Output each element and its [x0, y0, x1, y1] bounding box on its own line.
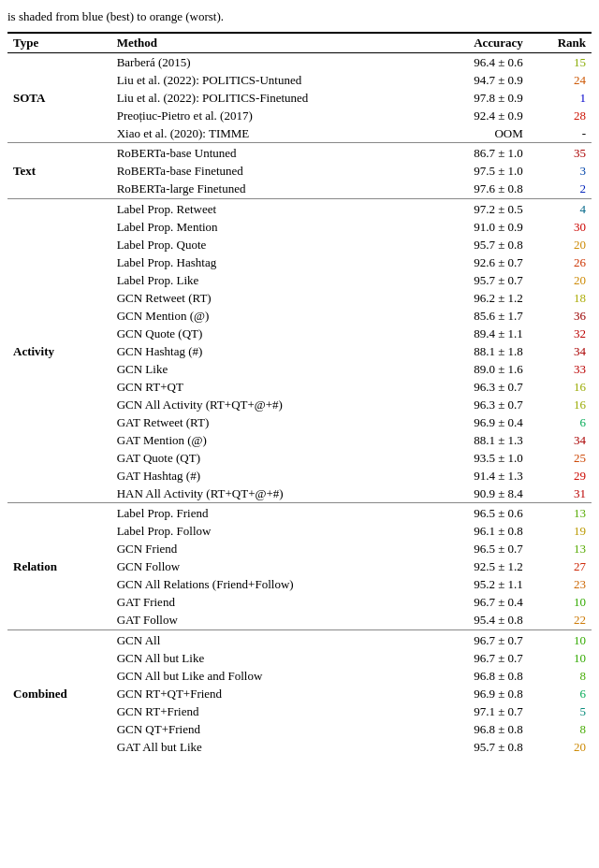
- rank-cell: 13: [529, 503, 592, 523]
- method-cell: GAT All but Like: [111, 738, 433, 756]
- method-cell: GCN Friend: [111, 541, 433, 558]
- rank-cell: 6: [529, 413, 592, 431]
- method-cell: GCN Mention (@): [111, 307, 433, 325]
- rank-cell: 32: [529, 325, 592, 342]
- type-cell: Activity: [7, 198, 111, 503]
- accuracy-cell: 97.5 ± 1.0: [432, 163, 529, 181]
- accuracy-cell: 96.4 ± 0.6: [432, 53, 529, 72]
- rank-cell: 19: [529, 523, 592, 541]
- accuracy-cell: 93.5 ± 1.0: [432, 449, 529, 467]
- rank-cell: 10: [529, 649, 592, 667]
- accuracy-cell: 95.7 ± 0.8: [432, 236, 529, 253]
- method-cell: Liu et al. (2022): POLITICS-Untuned: [111, 71, 433, 89]
- method-cell: RoBERTa-base Finetuned: [111, 163, 433, 181]
- col-header-rank: Rank: [529, 33, 592, 53]
- method-cell: GCN Follow: [111, 558, 433, 576]
- method-cell: RoBERTa-large Finetuned: [111, 181, 433, 199]
- rank-cell: 31: [529, 485, 592, 503]
- method-cell: GCN All: [111, 629, 433, 649]
- rank-cell: 16: [529, 378, 592, 396]
- accuracy-cell: 96.1 ± 0.8: [432, 523, 529, 541]
- method-cell: GCN Hashtag (#): [111, 342, 433, 360]
- accuracy-cell: 96.5 ± 0.7: [432, 541, 529, 558]
- accuracy-cell: 96.5 ± 0.6: [432, 503, 529, 523]
- rank-cell: 20: [529, 236, 592, 253]
- method-cell: GCN Like: [111, 360, 433, 378]
- accuracy-cell: 85.6 ± 1.7: [432, 307, 529, 325]
- method-cell: GCN All Relations (Friend+Follow): [111, 576, 433, 594]
- rank-cell: 28: [529, 107, 592, 124]
- rank-cell: 16: [529, 396, 592, 413]
- method-cell: GAT Friend: [111, 594, 433, 612]
- accuracy-cell: 96.3 ± 0.7: [432, 396, 529, 413]
- method-cell: Preoțiuc-Pietro et al. (2017): [111, 107, 433, 124]
- method-cell: Barberá (2015): [111, 53, 433, 72]
- rank-cell: 6: [529, 685, 592, 702]
- rank-cell: 3: [529, 163, 592, 181]
- accuracy-cell: 94.7 ± 0.9: [432, 71, 529, 89]
- accuracy-cell: 88.1 ± 1.8: [432, 342, 529, 360]
- type-cell: Relation: [7, 503, 111, 630]
- method-cell: GCN Retweet (RT): [111, 289, 433, 307]
- accuracy-cell: 89.0 ± 1.6: [432, 360, 529, 378]
- rank-cell: 15: [529, 53, 592, 72]
- accuracy-cell: 97.2 ± 0.5: [432, 198, 529, 218]
- col-header-method: Method: [111, 33, 433, 53]
- col-header-accuracy: Accuracy: [432, 33, 529, 53]
- type-cell: Text: [7, 143, 111, 199]
- accuracy-cell: 91.0 ± 0.9: [432, 218, 529, 236]
- rank-cell: 18: [529, 289, 592, 307]
- method-cell: GAT Retweet (RT): [111, 413, 433, 431]
- accuracy-cell: 96.2 ± 1.2: [432, 289, 529, 307]
- rank-cell: 5: [529, 702, 592, 720]
- method-cell: GCN QT+Friend: [111, 720, 433, 738]
- rank-cell: 8: [529, 720, 592, 738]
- accuracy-cell: 89.4 ± 1.1: [432, 325, 529, 342]
- accuracy-cell: 90.9 ± 8.4: [432, 485, 529, 503]
- accuracy-cell: 95.7 ± 0.8: [432, 738, 529, 756]
- rank-cell: 30: [529, 218, 592, 236]
- accuracy-cell: 97.8 ± 0.9: [432, 89, 529, 107]
- accuracy-cell: 96.7 ± 0.7: [432, 649, 529, 667]
- accuracy-cell: 92.5 ± 1.2: [432, 558, 529, 576]
- method-cell: Label Prop. Mention: [111, 218, 433, 236]
- method-cell: GCN All but Like and Follow: [111, 667, 433, 685]
- rank-cell: 33: [529, 360, 592, 378]
- rank-cell: 8: [529, 667, 592, 685]
- accuracy-cell: 95.2 ± 1.1: [432, 576, 529, 594]
- method-cell: Xiao et al. (2020): TIMME: [111, 124, 433, 143]
- method-cell: GCN All but Like: [111, 649, 433, 667]
- rank-cell: 10: [529, 594, 592, 612]
- results-table: Type Method Accuracy Rank SOTABarberá (2…: [7, 32, 592, 756]
- accuracy-cell: 95.7 ± 0.7: [432, 271, 529, 289]
- rank-cell: 23: [529, 576, 592, 594]
- rank-cell: 35: [529, 143, 592, 163]
- method-cell: Label Prop. Follow: [111, 523, 433, 541]
- rank-cell: 10: [529, 629, 592, 649]
- method-cell: Label Prop. Quote: [111, 236, 433, 253]
- method-cell: GCN Quote (QT): [111, 325, 433, 342]
- method-cell: GCN All Activity (RT+QT+@+#): [111, 396, 433, 413]
- method-cell: GAT Follow: [111, 612, 433, 630]
- method-cell: GCN RT+QT+Friend: [111, 685, 433, 702]
- rank-cell: 26: [529, 253, 592, 271]
- type-cell: Combined: [7, 629, 111, 756]
- type-cell: SOTA: [7, 53, 111, 143]
- accuracy-cell: 96.8 ± 0.8: [432, 720, 529, 738]
- method-cell: Label Prop. Friend: [111, 503, 433, 523]
- rank-cell: 20: [529, 738, 592, 756]
- method-cell: RoBERTa-base Untuned: [111, 143, 433, 163]
- method-cell: GCN RT+QT: [111, 378, 433, 396]
- accuracy-cell: 96.7 ± 0.7: [432, 629, 529, 649]
- accuracy-cell: 91.4 ± 1.3: [432, 467, 529, 485]
- accuracy-cell: 92.4 ± 0.9: [432, 107, 529, 124]
- accuracy-cell: 97.6 ± 0.8: [432, 181, 529, 199]
- rank-cell: 13: [529, 541, 592, 558]
- accuracy-cell: 88.1 ± 1.3: [432, 431, 529, 449]
- accuracy-cell: 95.4 ± 0.8: [432, 612, 529, 630]
- method-cell: GCN RT+Friend: [111, 702, 433, 720]
- accuracy-cell: 92.6 ± 0.7: [432, 253, 529, 271]
- intro-text: is shaded from blue (best) to orange (wo…: [7, 9, 592, 24]
- rank-cell: 4: [529, 198, 592, 218]
- col-header-type: Type: [7, 33, 111, 53]
